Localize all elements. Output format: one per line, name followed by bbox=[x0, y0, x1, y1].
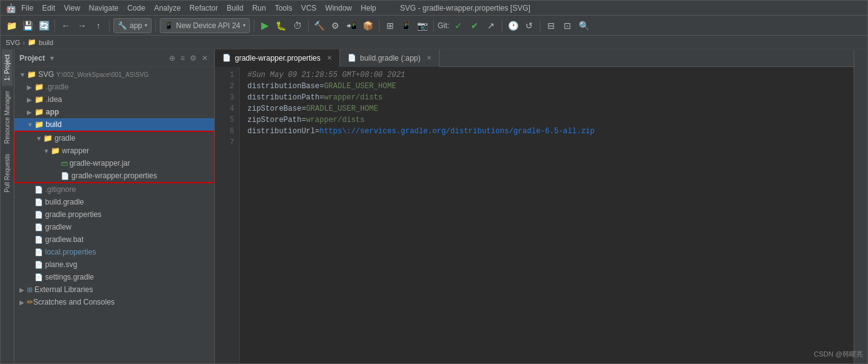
tree-item-build[interactable]: ▼ 📁 build bbox=[14, 118, 214, 131]
tab-gradle-wrapper-props[interactable]: 📄 gradle-wrapper.properties ✕ bbox=[215, 49, 340, 67]
undo-icon[interactable]: ↺ bbox=[522, 19, 536, 33]
tree-label-external-libraries: External Libraries bbox=[34, 285, 93, 294]
layout2-icon[interactable]: ⊡ bbox=[561, 19, 574, 33]
git-commit-icon[interactable]: ✓ bbox=[452, 19, 465, 33]
toolbar-up-icon[interactable]: ↑ bbox=[91, 19, 105, 33]
file-icon-gitignore: 📄 bbox=[34, 186, 43, 194]
tree-item-gradle-wrapper-jar[interactable]: 🗃 gradle-wrapper.jar bbox=[16, 157, 213, 169]
code-key-2: distributionBase= bbox=[247, 82, 324, 91]
tree-item-external-libraries[interactable]: ▶ ⊞ External Libraries bbox=[14, 283, 214, 296]
build-icon[interactable]: 🔨 bbox=[313, 19, 326, 33]
app-selector[interactable]: 🔧 app ▾ bbox=[113, 18, 152, 33]
git-pull-icon[interactable]: ↗ bbox=[484, 19, 498, 33]
menu-analyze[interactable]: Analyze bbox=[150, 3, 185, 14]
menu-vcs[interactable]: VCS bbox=[297, 3, 321, 14]
panel-scope-icon[interactable]: ⊕ bbox=[168, 53, 177, 64]
tab-label-gradle: build.gradle (:app) bbox=[360, 54, 421, 63]
sdk-icon[interactable]: 📦 bbox=[361, 19, 375, 33]
breadcrumb-folder[interactable]: 📁 bbox=[28, 38, 36, 46]
breadcrumb-folder-name[interactable]: build bbox=[39, 39, 53, 46]
sidebar-item-pull-requests[interactable]: Pull Requests bbox=[2, 149, 13, 198]
avd-icon[interactable]: 📲 bbox=[345, 19, 359, 33]
toolbar-forward-icon[interactable]: → bbox=[75, 19, 89, 33]
tree-label-scratches: Scratches and Consoles bbox=[33, 298, 115, 306]
tree-item-gradlew[interactable]: 📄 gradlew bbox=[14, 221, 214, 233]
tree-label-gradle-wrapper-props: gradle-wrapper.properties bbox=[71, 171, 157, 180]
tree-label-gradle-properties: gradle.properties bbox=[45, 210, 101, 219]
camera-icon[interactable]: 📷 bbox=[416, 19, 430, 33]
panel-close-icon[interactable]: ✕ bbox=[200, 53, 209, 64]
tab-close-props[interactable]: ✕ bbox=[327, 54, 332, 61]
tree-item-app[interactable]: ▶ 📁 app bbox=[14, 106, 214, 118]
code-content[interactable]: #Sun May 09 21:28:55 GMT+08:00 2021 dist… bbox=[240, 67, 854, 363]
menu-help[interactable]: Help bbox=[357, 3, 380, 14]
terminal-icon[interactable]: ⊟ bbox=[544, 19, 558, 33]
tab-close-gradle[interactable]: ✕ bbox=[426, 54, 431, 61]
line-num-4: 4 bbox=[217, 103, 234, 114]
tree-label-idea: .idea bbox=[46, 95, 62, 104]
git-label: Git: bbox=[438, 21, 450, 30]
app-selector-label: app bbox=[130, 21, 142, 30]
tree-arrow-wrapper: ▼ bbox=[43, 148, 51, 154]
git-push-icon[interactable]: ✔ bbox=[468, 19, 482, 33]
gradle-sync-icon[interactable]: ⚙ bbox=[329, 19, 343, 33]
toolbar-save-icon[interactable]: 💾 bbox=[21, 19, 34, 33]
tree-arrow-gradle-hidden: ▶ bbox=[27, 84, 34, 91]
tree-item-gradle-hidden[interactable]: ▶ 📁 .gradle bbox=[14, 81, 214, 93]
tree-item-gradle-properties[interactable]: 📄 gradle.properties bbox=[14, 208, 214, 221]
menu-tools[interactable]: Tools bbox=[271, 3, 296, 14]
menu-refactor[interactable]: Refactor bbox=[186, 3, 222, 14]
tree-item-scratches[interactable]: ▶ ✏ Scratches and Consoles bbox=[14, 296, 214, 308]
device2-icon[interactable]: 📱 bbox=[400, 19, 413, 33]
sidebar-item-project[interactable]: 1: Project bbox=[2, 49, 13, 86]
file-icon-plane-svg: 📄 bbox=[34, 261, 43, 269]
tree-label-build-gradle: build.gradle bbox=[45, 198, 84, 206]
app-selector-arrow: ▾ bbox=[145, 23, 147, 28]
menu-run[interactable]: Run bbox=[249, 3, 270, 14]
history-icon[interactable]: 🕐 bbox=[506, 19, 520, 33]
menu-edit[interactable]: Edit bbox=[38, 3, 59, 14]
tree-label-plane-svg: plane.svg bbox=[45, 260, 77, 269]
breadcrumb-project[interactable]: SVG bbox=[6, 39, 20, 46]
tree-item-settings-gradle[interactable]: 📄 settings.gradle bbox=[14, 271, 214, 283]
toolbar: 📁 💾 🔄 ← → ↑ 🔧 app ▾ 📱 New Device API 24 … bbox=[1, 16, 867, 36]
toolbar-sync-icon[interactable]: 🔄 bbox=[37, 19, 51, 33]
tree-item-idea[interactable]: ▶ 📁 .idea bbox=[14, 93, 214, 106]
code-line-4: zipStoreBase=GRADLE_USER_HOME bbox=[247, 103, 846, 114]
menu-window[interactable]: Window bbox=[321, 3, 356, 14]
tree-item-gradle-wrapper-props[interactable]: 📄 gradle-wrapper.properties bbox=[16, 169, 213, 182]
tree-item-gradlew-bat[interactable]: 📄 gradlew.bat bbox=[14, 233, 214, 246]
menu-navigate[interactable]: Navigate bbox=[85, 3, 122, 14]
device-selector-label: New Device API 24 bbox=[176, 21, 240, 30]
tree-item-plane-svg[interactable]: 📄 plane.svg bbox=[14, 258, 214, 271]
panel-dropdown-arrow[interactable]: ▾ bbox=[49, 53, 55, 64]
menu-build[interactable]: Build bbox=[223, 3, 247, 14]
run-button[interactable]: ▶ bbox=[258, 19, 272, 33]
breadcrumb-sep: › bbox=[23, 39, 25, 46]
menu-code[interactable]: Code bbox=[123, 3, 149, 14]
tree-item-gradle-folder[interactable]: ▼ 📁 gradle bbox=[16, 132, 213, 144]
menu-view[interactable]: View bbox=[60, 3, 84, 14]
panel-collapse-icon[interactable]: ≡ bbox=[179, 53, 186, 64]
toolbar-back-icon[interactable]: ← bbox=[59, 19, 73, 33]
toolbar-project-icon[interactable]: 📁 bbox=[4, 19, 18, 33]
sidebar-item-resource-manager[interactable]: Resource Manager bbox=[2, 86, 13, 149]
tree-item-local-properties[interactable]: 📄 local.properties bbox=[14, 246, 214, 258]
file-icon-jar: 🗃 bbox=[61, 159, 68, 167]
profile-button[interactable]: ⏱ bbox=[291, 19, 304, 33]
menu-file[interactable]: File bbox=[18, 3, 37, 14]
file-icon-gradlew: 📄 bbox=[34, 223, 43, 231]
tree-item-gitignore[interactable]: 📄 .gitignore bbox=[14, 183, 214, 196]
debug-button[interactable]: 🐛 bbox=[274, 19, 288, 33]
tree-item-svg-root[interactable]: ▼ 📁 SVG Y:\002_WorkSpace\001_AS\SVG bbox=[14, 68, 214, 81]
search-toolbar-icon[interactable]: 🔍 bbox=[577, 19, 591, 33]
device-selector[interactable]: 📱 New Device API 24 ▾ bbox=[160, 18, 250, 33]
layout-icon[interactable]: ⊞ bbox=[383, 19, 397, 33]
tree-label-settings-gradle: settings.gradle bbox=[45, 273, 94, 281]
tree-item-wrapper[interactable]: ▼ 📁 wrapper bbox=[16, 144, 213, 157]
tab-build-gradle[interactable]: 📄 build.gradle (:app) ✕ bbox=[340, 49, 440, 67]
side-tabs-right bbox=[854, 49, 867, 363]
tree-item-build-gradle[interactable]: 📄 build.gradle bbox=[14, 196, 214, 208]
panel-header: Project ▾ ⊕ ≡ ⚙ ✕ bbox=[14, 49, 214, 67]
panel-gear-icon[interactable]: ⚙ bbox=[189, 53, 198, 64]
